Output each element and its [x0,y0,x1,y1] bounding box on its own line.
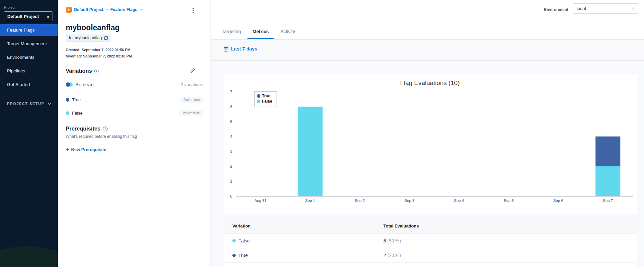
x-tick-label: Sep 6 [553,199,563,203]
variation-count: 2 variations [181,82,203,87]
x-tick-label: Sep 4 [454,199,464,203]
chevron-down-icon [47,101,51,105]
y-tick-label: 1 [230,179,232,183]
legend-label: True [262,94,271,98]
date-range-button[interactable]: Last 7 days [223,46,257,51]
evaluation-percent: (80.%) [387,238,401,243]
evaluation-count: 2 [383,253,386,258]
tab-targeting[interactable]: Targeting [216,29,246,39]
variation-type-row: Boolean 2 variations [66,82,203,87]
info-icon[interactable]: i [94,69,99,73]
column-header-variation: Variation [224,223,383,228]
x-tick-label: Sep 7 [603,199,613,203]
metrics-toolbar: Last 7 days [211,40,644,60]
bar-segment-true [596,136,620,166]
breadcrumb-link-project[interactable]: Default Project [74,7,103,12]
tab-header: Targeting Metrics Activity Environment l… [211,0,644,40]
false-dot-icon [66,111,69,115]
breadcrumb: Default Project > Feature Flags > [66,7,142,13]
x-tick-label: Aug 31 [255,199,267,203]
y-tick-label: 3 [230,149,232,153]
prerequisites-heading-row: Prerequisites i [66,126,108,132]
legend-dot-false [257,100,261,103]
project-selector-value: Default Project [7,14,39,19]
true-dot-icon [66,98,69,102]
legend-dot-true [257,94,261,98]
row-variation-name: True [238,253,248,258]
prerequisites-description: What's required before enabling this fla… [66,134,137,139]
breadcrumb-separator: > [140,7,142,12]
sidebar-nav: Feature Flags Target Management Environm… [0,24,58,92]
feature-flags-module-icon [66,7,72,13]
y-tick-label: 6 [230,105,232,109]
sidebar-item-target-management[interactable]: Target Management [0,38,58,50]
flag-modified: Modified: September 7, 2022 02:10 PM [66,53,132,59]
sidebar-item-pipelines[interactable]: Pipelines [0,65,58,77]
edit-variations-icon[interactable] [190,68,196,75]
tab-metrics[interactable]: Metrics [247,29,274,39]
project-label: Project [4,5,58,9]
x-tick-label: Sep 3 [404,199,414,203]
x-tick-label: Sep 2 [355,199,365,203]
prerequisites-heading: Prerequisites [66,126,101,132]
x-tick-label: Sep 1 [305,199,315,203]
breadcrumb-link-feature-flags[interactable]: Feature Flags [110,7,137,12]
table-row: False 8 (80.%) [224,233,637,248]
metrics-panel: Targeting Metrics Activity Environment l… [211,0,644,267]
variation-row-true: True Value: true [66,97,203,103]
sidebar-item-get-started[interactable]: Get Started [0,79,58,91]
variation-row-false: False Value: false [66,110,203,116]
y-tick-label: 2 [230,164,232,168]
variation-type-label: Boolean [75,82,94,87]
expand-project-icon[interactable]: » [46,14,49,19]
chart-title: Flag Evaluations (10) [400,79,460,86]
project-selector[interactable]: Default Project » [4,11,52,21]
chart-card: Flag Evaluations (10)01234567Aug 31Sep 1… [224,74,637,214]
legend-label: False [262,99,272,104]
flag-created: Created: September 7, 2022 01:56 PM [66,47,132,53]
sidebar-divider [4,95,53,95]
row-total-evaluations: 8 (80.%) [383,238,401,243]
column-header-total-evaluations: Total Evaluations [383,223,419,228]
evaluation-percent: (20.%) [387,253,401,258]
chevron-down-icon [632,7,636,10]
flag-title: mybooleanflag [66,23,120,32]
row-variation-name: False [238,238,250,243]
false-dot-icon [232,239,236,242]
metrics-content: Flag Evaluations (10)01234567Aug 31Sep 1… [211,61,644,267]
tab-activity[interactable]: Activity [275,29,300,39]
breadcrumb-separator: > [106,7,108,12]
flag-id-text: Id: mybooleanflag [69,36,102,40]
environment-label: Environment [544,7,568,12]
true-dot-icon [232,254,236,257]
y-tick-label: 4 [230,134,233,138]
new-prerequisite-label: New Prerequisite [71,147,106,152]
app-root: Project Default Project » Feature Flags … [0,0,644,267]
plus-icon: + [66,146,69,152]
environment-selected-value: local [577,6,586,11]
sidebar: Project Default Project » Feature Flags … [0,0,58,267]
flag-id-badge: Id: mybooleanflag [66,34,111,42]
project-setup-section[interactable]: PROJECT SETUP [7,102,51,106]
variation-value-badge: Value: true [181,97,203,103]
sidebar-item-feature-flags[interactable]: Feature Flags [0,24,58,36]
row-total-evaluations: 2 (20.%) [383,253,401,258]
variation-name: False [72,111,83,116]
variation-name: True [72,97,81,102]
flag-evaluations-chart: Flag Evaluations (10)01234567Aug 31Sep 1… [224,74,637,214]
sidebar-item-environments[interactable]: Environments [0,51,58,63]
variations-heading-row: Variations i [66,68,99,74]
variations-heading: Variations [66,68,92,74]
evaluation-count: 8 [383,238,386,243]
flag-detail-panel: Default Project > Feature Flags > mybool… [58,0,210,267]
copy-icon[interactable] [104,36,108,40]
environment-select[interactable]: local [573,3,639,14]
info-icon[interactable]: i [103,127,108,131]
date-range-label: Last 7 days [231,46,257,51]
flag-options-menu-button[interactable] [191,8,196,14]
project-setup-label: PROJECT SETUP [7,102,44,106]
y-tick-label: 0 [230,194,232,198]
tab-bar: Targeting Metrics Activity [216,29,300,39]
new-prerequisite-button[interactable]: + New Prerequisite [66,146,106,152]
boolean-true-dot-icon [66,82,70,87]
